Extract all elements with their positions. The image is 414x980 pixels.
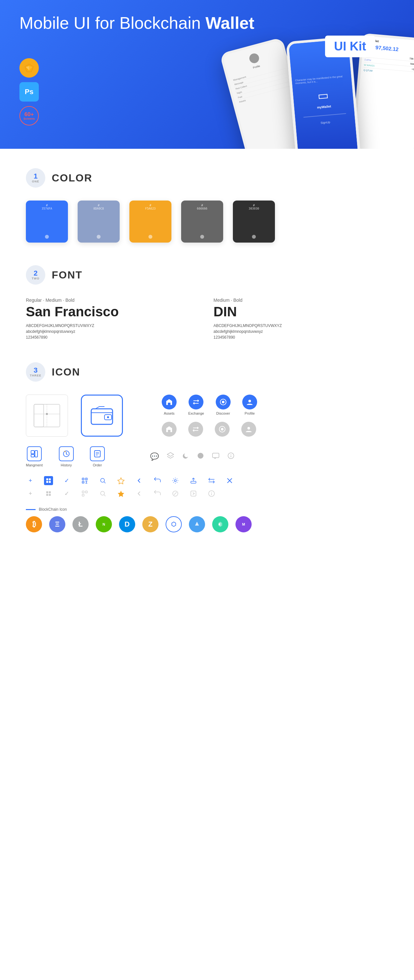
management-label: Mangment	[26, 463, 43, 467]
icon-number-big: 3	[33, 367, 38, 374]
icon-display-row: Assets Exchange Discover	[26, 395, 388, 437]
svg-point-48	[100, 478, 105, 482]
plus-icon: +	[26, 476, 35, 485]
color-blue-label: #3574FA	[26, 204, 68, 210]
moon-icon	[182, 452, 189, 461]
discover-icon	[216, 395, 231, 409]
svg-rect-56	[49, 491, 51, 493]
svg-rect-61	[82, 494, 84, 496]
color-number-big: 1	[33, 173, 38, 180]
mgmt-icon-management: Mangment	[26, 446, 43, 467]
checkmark-icon: ✓	[62, 476, 71, 485]
svg-rect-13	[168, 402, 170, 405]
main-content: 1 ONE COLOR #3574FA #8DA0C8 #F5A623 #666…	[0, 149, 414, 558]
small-icons-gray-row: + ✓	[26, 489, 388, 498]
svg-rect-38	[49, 481, 51, 483]
svg-rect-57	[46, 494, 48, 496]
icon-wallet-outline	[81, 395, 123, 437]
bubble-icon	[212, 452, 220, 461]
btc-icon: ₿	[26, 516, 42, 532]
hero-title: Mobile UI for Blockchain Wallet	[19, 13, 254, 33]
order-label: Order	[93, 463, 102, 467]
close-icon	[225, 476, 234, 485]
hero-title-normal: Mobile UI for Blockchain	[19, 14, 205, 32]
settings-icon	[171, 476, 180, 485]
nav-icon-discover-gray	[215, 422, 230, 437]
assets-icon-gray	[162, 422, 177, 437]
chat-icon: 💬	[150, 452, 159, 461]
svg-point-15	[222, 401, 225, 403]
nav-icons-colored-row: Assets Exchange Discover	[162, 395, 257, 415]
font-number-big: 2	[33, 270, 38, 277]
profile-icon	[242, 395, 257, 409]
icon-construction-wireframe	[26, 395, 68, 437]
din-weights: Medium · Bold	[213, 298, 388, 303]
info-icon	[228, 452, 234, 461]
ps-badge: Ps	[19, 82, 39, 102]
din-name: DIN	[213, 304, 388, 320]
circle-icon	[197, 452, 204, 461]
svg-rect-18	[168, 430, 170, 432]
search-icon	[98, 476, 107, 485]
assets-icon	[162, 395, 177, 409]
svg-point-33	[231, 454, 231, 455]
nav-icon-discover: Discover	[216, 395, 231, 415]
search-icon-gray	[98, 489, 107, 498]
svg-rect-5	[34, 404, 44, 427]
star-icon-colored	[116, 489, 126, 498]
color-swatches: #3574FA #8DA0C8 #F5A623 #666666 #303030	[26, 200, 388, 243]
color-orange-dot	[148, 235, 152, 239]
exchange-label: Exchange	[188, 411, 204, 415]
color-black-dot	[252, 235, 256, 239]
blockchain-label: BlockChain Icon	[39, 507, 67, 512]
svg-rect-52	[191, 481, 196, 483]
grid-icon	[44, 476, 53, 485]
sf-numbers: 1234567890	[26, 335, 201, 340]
qr-icon	[80, 476, 89, 485]
svg-rect-42	[83, 479, 83, 479]
svg-rect-9	[91, 409, 113, 424]
swap-icon	[207, 476, 216, 485]
sf-weights: Regular · Medium · Bold	[26, 298, 201, 303]
cancel-icon-gray	[171, 489, 180, 498]
font-section-title: FONT	[52, 269, 83, 281]
sf-uppercase: ABCDEFGHIJKLMNOPQRSTUVWXYZ	[26, 323, 201, 328]
svg-rect-60	[85, 491, 88, 493]
checkmark-icon-gray: ✓	[62, 489, 71, 498]
exchange-icon	[189, 395, 204, 409]
misc-icons-row: 💬	[150, 446, 234, 467]
star-icon	[116, 476, 126, 485]
font-sf: Regular · Medium · Bold San Francisco AB…	[26, 298, 201, 340]
svg-point-30	[197, 453, 204, 459]
svg-rect-43	[86, 479, 87, 479]
svg-point-62	[100, 491, 105, 495]
hero-badges: Ps 60+ Screens	[19, 58, 39, 126]
profile-label: Profile	[245, 411, 255, 415]
svg-point-16	[248, 400, 251, 402]
svg-point-69	[211, 492, 212, 493]
color-blue: #3574FA	[26, 200, 68, 243]
svg-rect-37	[46, 481, 48, 483]
svg-rect-67	[191, 491, 196, 496]
discover-label: Discover	[217, 411, 230, 415]
svg-point-51	[174, 480, 176, 482]
din-numbers: 1234567890	[213, 335, 388, 340]
svg-point-21	[247, 427, 250, 430]
color-number-word: ONE	[32, 180, 40, 183]
phone-mockups: Profile Management Message Red Collect N…	[226, 39, 414, 149]
icon-number-word: THREE	[30, 374, 41, 377]
color-grayblue-label: #8DA0C8	[78, 204, 119, 210]
management-icon	[27, 446, 42, 461]
icon-section-number: 3 THREE	[26, 362, 45, 382]
svg-rect-24	[35, 450, 38, 457]
qr-icon-gray	[80, 489, 89, 498]
font-section-header: 2 TWO FONT	[26, 265, 388, 285]
history-label: History	[61, 463, 72, 467]
small-icons-colored-row: + ✓	[26, 476, 388, 485]
nav-icon-exchange: Exchange	[188, 395, 204, 415]
svg-line-66	[174, 492, 177, 495]
discover-icon-gray	[215, 422, 230, 437]
dcr-icon	[212, 516, 228, 532]
dash-icon: D	[119, 516, 135, 532]
steem-icon	[189, 516, 205, 532]
